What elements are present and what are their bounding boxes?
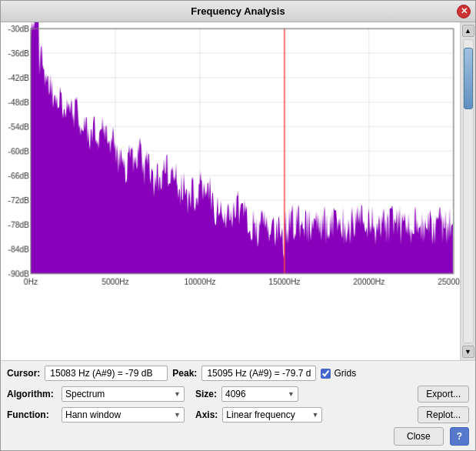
algorithm-dropdown[interactable]: Spectrum ▼ [62, 386, 185, 402]
function-row: Function: Hann window ▼ Axis: Linear fre… [7, 406, 469, 423]
grids-container: Grids [321, 368, 356, 379]
frequency-chart [1, 22, 460, 291]
peak-label: Peak: [172, 368, 197, 379]
algorithm-row: Algorithm: Spectrum ▼ Size: 4096 ▼ Expor… [7, 386, 469, 403]
algorithm-value: Spectrum [65, 389, 105, 399]
axis-dropdown[interactable]: Linear frequency ▼ [222, 407, 322, 423]
cursor-row: Cursor: 15083 Hz (A#9) = -79 dB Peak: 15… [7, 366, 469, 381]
size-value: 4096 [225, 389, 246, 399]
controls-area: Cursor: 15083 Hz (A#9) = -79 dB Peak: 15… [1, 360, 475, 450]
frequency-analysis-window: Frequency Analysis ✕ ▲ ▼ Cursor: 15083 H… [0, 0, 476, 451]
cursor-value: 15083 Hz (A#9) = -79 dB [45, 366, 168, 381]
algorithm-arrow-icon: ▼ [174, 390, 181, 398]
peak-value: 15095 Hz (A#9) = -79.7 d [201, 366, 316, 381]
scroll-down-button[interactable]: ▼ [462, 346, 474, 358]
export-button[interactable]: Export... [418, 386, 469, 403]
scroll-track[interactable] [463, 39, 474, 343]
scroll-up-button[interactable]: ▲ [462, 25, 474, 37]
help-button[interactable]: ? [450, 427, 469, 446]
size-dropdown[interactable]: 4096 ▼ [221, 386, 298, 402]
axis-arrow-icon: ▼ [311, 411, 318, 419]
title-bar: Frequency Analysis ✕ [1, 1, 475, 22]
function-label: Function: [7, 409, 57, 420]
scrollbar[interactable]: ▲ ▼ [460, 22, 475, 360]
bottom-row: Close ? [7, 427, 469, 446]
function-value: Hann window [65, 409, 121, 420]
replot-button[interactable]: Replot... [418, 406, 469, 423]
main-area: ▲ ▼ [1, 22, 475, 360]
window-close-button[interactable]: ✕ [457, 5, 471, 18]
size-arrow-icon: ▼ [288, 390, 295, 398]
chart-area [1, 22, 460, 360]
function-dropdown[interactable]: Hann window ▼ [62, 407, 185, 423]
close-dialog-button[interactable]: Close [394, 427, 444, 446]
window-title: Frequency Analysis [19, 5, 457, 17]
grids-label: Grids [334, 368, 356, 379]
algorithm-label: Algorithm: [7, 389, 57, 399]
size-label: Size: [195, 389, 217, 399]
axis-value: Linear frequency [226, 409, 295, 420]
grids-checkbox[interactable] [321, 369, 331, 379]
function-arrow-icon: ▼ [174, 411, 181, 419]
scroll-thumb[interactable] [464, 48, 473, 109]
axis-label: Axis: [195, 409, 218, 420]
cursor-label: Cursor: [7, 368, 40, 379]
